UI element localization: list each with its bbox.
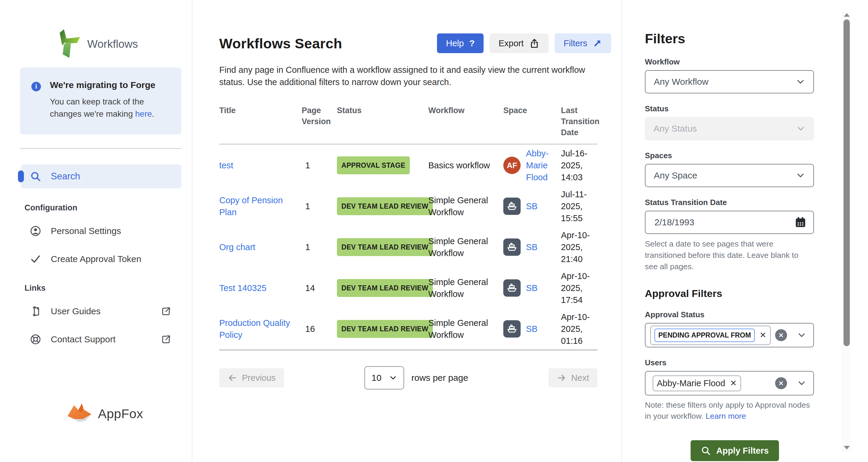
learn-more-link[interactable]: Learn more [706,411,746,421]
next-button[interactable]: Next [549,368,597,387]
table-row: Production Quality Policy 16 DEV TEAM LE… [219,308,597,351]
rows-per-page-label: rows per page [411,373,468,383]
sidebar-item-personal-settings[interactable]: Personal Settings [30,222,173,240]
apply-filters-button[interactable]: Apply Filters [690,440,779,461]
chevron-down-icon [796,124,805,133]
appfox-name: AppFox [98,406,143,421]
last-transition-date: Apr-10-2025, 21:40 [561,229,597,265]
page-link[interactable]: Copy of Pension Plan [219,196,283,217]
main-content: Workflows Search Help ? Export [193,0,621,390]
col-status: Status [337,105,428,116]
scroll-up-arrow[interactable] [844,13,850,17]
scroll-down-arrow[interactable] [844,446,850,450]
sidebar-item-label: Contact Support [51,334,116,344]
space-ship-icon [503,279,521,297]
spaces-select[interactable]: Any Space [645,164,814,187]
help-button[interactable]: Help ? [437,33,484,53]
scrollbar-thumb[interactable] [843,20,850,346]
active-indicator [18,170,24,183]
sidebar: Workflows i We're migrating to Forge You… [0,0,192,462]
last-transition-date: Jul-11-2025, 15:55 [561,188,597,224]
external-link-icon [161,334,172,345]
users-multiselect[interactable]: Abby-Marie Flood ✕ [645,371,814,395]
external-link-icon [161,306,172,317]
search-icon [30,171,41,182]
remove-tag-icon[interactable]: ✕ [760,331,767,339]
last-transition-date: Apr-10-2025, 17:54 [561,270,597,306]
space-ship-icon [503,238,521,256]
sidebar-item-label: Create Approval Token [51,254,141,264]
workflows-table: Title Page Version Status Workflow Space… [219,105,597,351]
user-tag-label: Abby-Marie Flood [657,378,725,388]
avatar: AF [503,157,521,174]
export-button[interactable]: Export [490,33,549,53]
transition-date-field[interactable] [645,211,814,234]
approval-status-multiselect[interactable]: PENDING APPROVAL FROM ✕ [645,323,814,348]
sidebar-item-contact-support[interactable]: Contact Support [30,330,173,349]
page-link[interactable]: test [219,161,233,170]
approval-status-tag: PENDING APPROVAL FROM ✕ [650,326,771,345]
banner-here-link[interactable]: here [135,109,152,119]
workflows-app: Workflows i We're migrating to Forge You… [0,0,868,462]
page-version: 14 [302,282,337,294]
configuration-heading: Configuration [25,203,192,212]
table-row: Org chart 1 DEV TEAM LEAD REVIEW Simple … [219,227,597,267]
page-version: 1 [302,241,337,253]
approval-status-label: Approval Status [645,310,842,319]
clear-all-icon[interactable] [775,377,787,389]
workflow-label: Workflow [645,57,842,67]
rows-per-page-select[interactable]: 10 [364,366,404,390]
workflow-name: Simple General Workflow [428,317,503,341]
col-page-version: Page Version [302,105,337,127]
filters-title: Filters [645,31,842,46]
user-tag: Abby-Marie Flood ✕ [653,375,741,391]
banner-body: You can keep track of the changes we're … [50,96,169,120]
chevron-down-icon [389,374,397,382]
table-row: test 1 APPROVAL STAGE Basics workflow AF… [219,145,597,186]
table-row: Test 140325 14 DEV TEAM LEAD REVIEW Simp… [219,267,597,308]
page-link[interactable]: Test 140325 [219,283,267,293]
chevron-down-icon[interactable] [797,331,806,340]
person-icon [30,225,41,237]
space-link[interactable]: SB [526,323,555,335]
support-icon [30,334,41,345]
calendar-icon [794,216,807,229]
col-workflow: Workflow [428,105,503,116]
remove-tag-icon[interactable]: ✕ [730,379,737,387]
clear-all-icon[interactable] [775,329,787,341]
arrow-left-icon [227,373,237,383]
space-link[interactable]: SB [526,282,555,294]
sidebar-item-search[interactable]: Search [21,164,181,188]
workflow-name: Simple General Workflow [428,194,503,218]
sidebar-item-label: Search [51,171,80,182]
space-link[interactable]: Abby-Marie Flood [526,147,555,183]
transition-date-label: Status Transition Date [645,198,842,207]
filters-button[interactable]: Filters [555,33,611,53]
page-link[interactable]: Production Quality Policy [219,318,290,340]
previous-button[interactable]: Previous [219,368,284,387]
transition-date-help: Select a date to see pages that were tra… [645,238,808,272]
sidebar-item-create-approval-token[interactable]: Create Approval Token [30,250,173,269]
migration-banner: i We're migrating to Forge You can keep … [20,67,181,134]
space-link[interactable]: SB [526,200,555,212]
col-title: Title [219,105,302,116]
table-header: Title Page Version Status Workflow Space… [219,105,597,145]
chevron-down-icon [796,171,805,180]
page-version: 1 [302,159,337,171]
workflow-select[interactable]: Any Workflow [645,70,814,93]
approval-filters-heading: Approval Filters [645,288,842,299]
arrow-up-right-icon [593,38,602,48]
chevron-down-icon[interactable] [797,379,806,388]
vertical-scrollbar[interactable] [842,11,851,451]
page-link[interactable]: Org chart [219,242,255,252]
workflow-name: Basics workflow [428,159,503,171]
workflows-logo-icon [53,29,83,60]
transition-date-input[interactable] [654,217,769,228]
status-badge: DEV TEAM LEAD REVIEW [337,279,433,297]
pages-icon [30,306,41,317]
status-label: Status [645,104,842,113]
share-icon [529,38,540,48]
status-badge: DEV TEAM LEAD REVIEW [337,238,433,256]
sidebar-item-user-guides[interactable]: User Guides [30,302,173,321]
space-link[interactable]: SB [526,241,555,253]
